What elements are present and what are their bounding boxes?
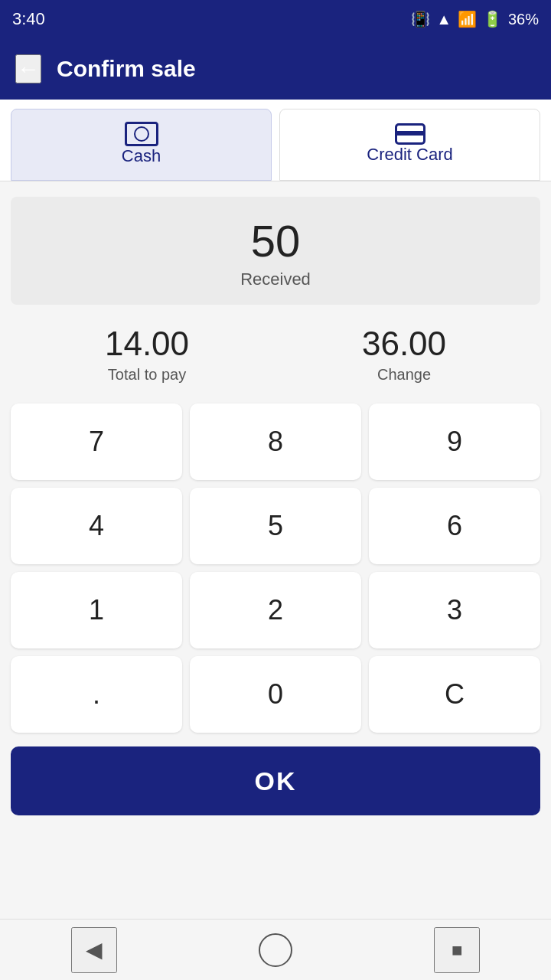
credit-card-icon xyxy=(395,123,425,145)
numpad-5[interactable]: 5 xyxy=(190,488,361,564)
numpad-1[interactable]: 1 xyxy=(11,572,182,648)
change-label: Change xyxy=(377,366,431,384)
signal-icon: 📶 xyxy=(458,10,477,28)
battery-icon: 🔋 xyxy=(483,10,502,28)
numpad-3[interactable]: 3 xyxy=(369,572,540,648)
totals-row: 14.00 Total to pay 36.00 Change xyxy=(11,318,540,390)
numpad-row-1: 7 8 9 xyxy=(11,403,540,480)
ok-button[interactable]: OK xyxy=(11,746,540,815)
numpad-4[interactable]: 4 xyxy=(11,488,182,564)
header: ← Confirm sale xyxy=(0,38,551,100)
numpad-row-3: 1 2 3 xyxy=(11,572,540,648)
change-value: 36.00 xyxy=(362,325,446,363)
numpad-6[interactable]: 6 xyxy=(369,488,540,564)
numpad: 7 8 9 4 5 6 1 2 3 . 0 C xyxy=(11,403,540,733)
nav-stop-button[interactable] xyxy=(434,927,480,973)
page-title: Confirm sale xyxy=(57,56,196,82)
vibrate-icon: 📳 xyxy=(411,10,430,28)
numpad-9[interactable]: 9 xyxy=(369,403,540,480)
numpad-row-4: . 0 C xyxy=(11,656,540,733)
tab-cash[interactable]: Cash xyxy=(11,109,272,181)
received-amount: 50 xyxy=(251,215,301,266)
nav-home-button[interactable] xyxy=(259,933,292,967)
nav-back-button[interactable] xyxy=(71,927,117,973)
main-content: 50 Received 14.00 Total to pay 36.00 Cha… xyxy=(0,181,551,919)
bottom-nav xyxy=(0,919,551,980)
numpad-8[interactable]: 8 xyxy=(190,403,361,480)
numpad-7[interactable]: 7 xyxy=(11,403,182,480)
payment-tabs: Cash Credit Card xyxy=(0,100,551,181)
cash-icon xyxy=(125,122,158,146)
total-to-pay-label: Total to pay xyxy=(108,366,186,384)
status-bar: 3:40 📳 ▲ 📶 🔋 36% xyxy=(0,0,551,38)
total-to-pay-item: 14.00 Total to pay xyxy=(105,325,189,384)
numpad-dot[interactable]: . xyxy=(11,656,182,733)
numpad-clear[interactable]: C xyxy=(369,656,540,733)
back-button[interactable]: ← xyxy=(15,54,41,83)
status-time: 3:40 xyxy=(12,9,45,29)
received-box: 50 Received xyxy=(11,197,540,305)
received-label: Received xyxy=(240,270,311,289)
status-icons: 📳 ▲ 📶 🔋 36% xyxy=(411,10,539,28)
battery-percent: 36% xyxy=(508,11,539,28)
numpad-2[interactable]: 2 xyxy=(190,572,361,648)
tab-cash-label: Cash xyxy=(122,146,161,166)
numpad-0[interactable]: 0 xyxy=(190,656,361,733)
total-to-pay-value: 14.00 xyxy=(105,325,189,363)
tab-credit-card[interactable]: Credit Card xyxy=(279,109,540,181)
tab-credit-card-label: Credit Card xyxy=(367,145,452,165)
wifi-icon: ▲ xyxy=(436,11,452,28)
change-item: 36.00 Change xyxy=(362,325,446,384)
numpad-row-2: 4 5 6 xyxy=(11,488,540,564)
